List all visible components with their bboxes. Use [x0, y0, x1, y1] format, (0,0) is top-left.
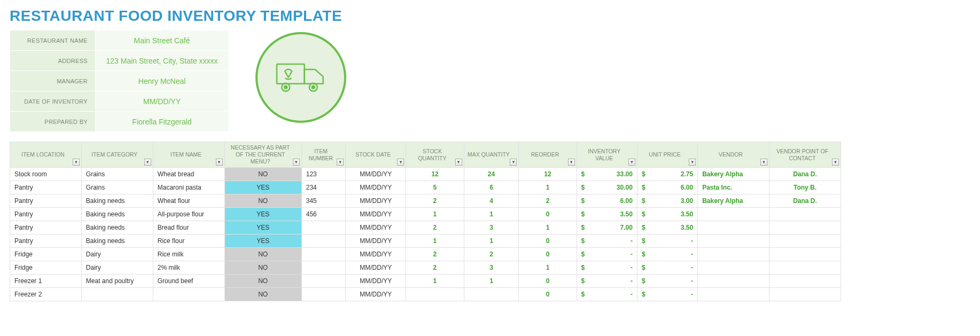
cell-vendor[interactable] [698, 248, 769, 261]
cell-stock-qty[interactable]: 2 [406, 248, 464, 261]
cell-inventory-value[interactable]: $7.00 [577, 221, 637, 235]
cell-stock-date[interactable]: MM/DD/YY [346, 248, 406, 261]
cell-vendor[interactable]: Pasta Inc. [698, 181, 769, 194]
cell-max-qty[interactable]: 3 [464, 261, 519, 275]
cell-reorder[interactable]: 1 [519, 261, 577, 275]
cell-location[interactable]: Pantry [10, 194, 82, 208]
column-header[interactable]: NECESSARY AS PART OF THE CURRENT MENU? [224, 142, 301, 168]
cell-necessary[interactable]: NO [224, 288, 301, 301]
cell-inventory-value[interactable]: $33.00 [577, 168, 637, 181]
cell-stock-qty[interactable]: 2 [406, 261, 464, 275]
cell-location[interactable]: Fridge [10, 261, 82, 275]
cell-location[interactable]: Pantry [10, 235, 82, 248]
cell-location[interactable]: Stock room [10, 168, 82, 181]
cell-reorder[interactable]: 0 [519, 235, 577, 248]
cell-inventory-value[interactable]: $6.00 [577, 194, 637, 208]
cell-max-qty[interactable]: 2 [464, 248, 519, 261]
cell-item-number[interactable] [301, 221, 345, 235]
cell-category[interactable]: Baking needs [81, 235, 153, 248]
cell-item-name[interactable]: Rice milk [153, 248, 224, 261]
cell-category[interactable] [81, 288, 153, 301]
cell-necessary[interactable]: NO [224, 261, 301, 275]
cell-necessary[interactable]: YES [224, 181, 301, 194]
cell-category[interactable]: Baking needs [81, 194, 153, 208]
cell-stock-date[interactable]: MM/DD/YY [346, 168, 406, 181]
cell-max-qty[interactable]: 1 [464, 235, 519, 248]
cell-stock-date[interactable]: MM/DD/YY [346, 235, 406, 248]
value-address[interactable]: 123 Main Street, City, State xxxxx [96, 51, 229, 71]
cell-location[interactable]: Fridge [10, 248, 82, 261]
cell-vendor[interactable] [698, 288, 769, 301]
cell-stock-date[interactable]: MM/DD/YY [346, 275, 406, 288]
cell-item-name[interactable]: All-purpose flour [153, 208, 224, 221]
cell-unit-price[interactable]: $3.50 [637, 208, 697, 221]
column-header[interactable]: VENDOR [698, 142, 769, 168]
cell-reorder[interactable]: 12 [519, 168, 577, 181]
cell-inventory-value[interactable]: $- [577, 248, 637, 261]
cell-unit-price[interactable]: $- [637, 275, 697, 288]
cell-contact[interactable]: Dana D. [769, 194, 841, 208]
cell-reorder[interactable]: 0 [519, 288, 577, 301]
cell-contact[interactable] [769, 288, 841, 301]
cell-max-qty[interactable]: 1 [464, 208, 519, 221]
column-header[interactable]: STOCK DATE [346, 142, 406, 168]
cell-contact[interactable] [769, 208, 841, 221]
cell-unit-price[interactable]: $3.00 [637, 194, 697, 208]
cell-max-qty[interactable] [464, 288, 519, 301]
cell-stock-date[interactable]: MM/DD/YY [346, 181, 406, 194]
cell-item-number[interactable]: 123 [301, 168, 345, 181]
cell-reorder[interactable]: 0 [519, 208, 577, 221]
cell-unit-price[interactable]: $3.50 [637, 221, 697, 235]
cell-stock-date[interactable]: MM/DD/YY [346, 208, 406, 221]
cell-reorder[interactable]: 0 [519, 248, 577, 261]
cell-location[interactable]: Pantry [10, 221, 82, 235]
cell-necessary[interactable]: YES [224, 235, 301, 248]
cell-unit-price[interactable]: $2.75 [637, 168, 697, 181]
cell-inventory-value[interactable]: $- [577, 288, 637, 301]
cell-stock-qty[interactable]: 12 [406, 168, 464, 181]
cell-location[interactable]: Pantry [10, 181, 82, 194]
cell-inventory-value[interactable]: $- [577, 261, 637, 275]
cell-reorder[interactable]: 2 [519, 194, 577, 208]
cell-item-number[interactable] [301, 261, 345, 275]
cell-necessary[interactable]: NO [224, 168, 301, 181]
cell-location[interactable]: Freezer 2 [10, 288, 82, 301]
column-header[interactable]: UNIT PRICE [637, 142, 697, 168]
cell-unit-price[interactable]: $- [637, 261, 697, 275]
column-header[interactable]: ITEM LOCATION [10, 142, 82, 168]
cell-item-name[interactable]: Wheat flour [153, 194, 224, 208]
cell-item-name[interactable]: 2% milk [153, 261, 224, 275]
filter-dropdown-icon[interactable] [455, 159, 462, 166]
filter-dropdown-icon[interactable] [73, 159, 80, 166]
cell-necessary[interactable]: NO [224, 194, 301, 208]
cell-category[interactable]: Dairy [81, 261, 153, 275]
cell-category[interactable]: Grains [81, 168, 153, 181]
cell-stock-qty[interactable]: 1 [406, 275, 464, 288]
cell-stock-qty[interactable]: 1 [406, 208, 464, 221]
cell-contact[interactable] [769, 248, 841, 261]
value-restaurant[interactable]: Main Street Café [96, 30, 229, 51]
filter-dropdown-icon[interactable] [832, 159, 839, 166]
filter-dropdown-icon[interactable] [628, 159, 635, 166]
cell-stock-date[interactable]: MM/DD/YY [346, 288, 406, 301]
cell-vendor[interactable] [698, 261, 769, 275]
cell-max-qty[interactable]: 24 [464, 168, 519, 181]
cell-max-qty[interactable]: 6 [464, 181, 519, 194]
value-manager[interactable]: Henry McNeal [96, 71, 229, 91]
cell-item-name[interactable]: Bread flour [153, 221, 224, 235]
cell-max-qty[interactable]: 1 [464, 275, 519, 288]
value-prepared[interactable]: Fiorella Fitzgerald [96, 112, 229, 132]
cell-stock-qty[interactable]: 2 [406, 221, 464, 235]
cell-stock-date[interactable]: MM/DD/YY [346, 221, 406, 235]
cell-unit-price[interactable]: $- [637, 288, 697, 301]
filter-dropdown-icon[interactable] [760, 159, 767, 166]
cell-item-name[interactable]: Ground beef [153, 275, 224, 288]
cell-item-name[interactable] [153, 288, 224, 301]
filter-dropdown-icon[interactable] [293, 159, 300, 166]
cell-item-number[interactable] [301, 248, 345, 261]
cell-reorder[interactable]: 0 [519, 275, 577, 288]
column-header[interactable]: ITEM CATEGORY [81, 142, 153, 168]
cell-unit-price[interactable]: $6.00 [637, 181, 697, 194]
cell-location[interactable]: Freezer 1 [10, 275, 82, 288]
cell-max-qty[interactable]: 3 [464, 221, 519, 235]
